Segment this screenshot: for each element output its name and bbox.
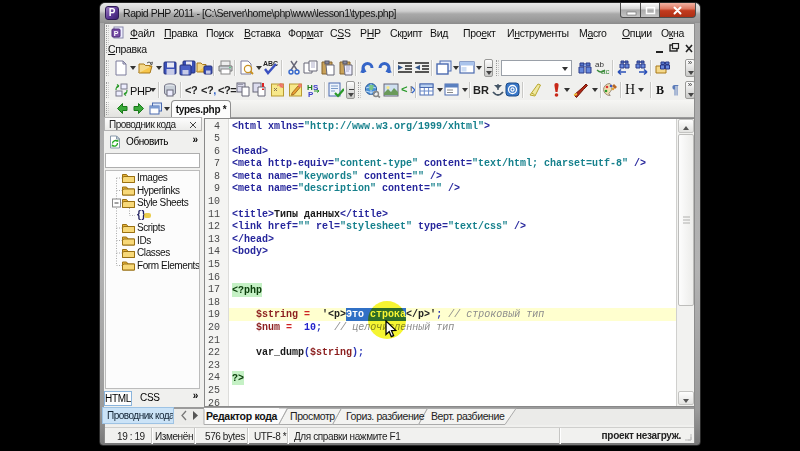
svg-text:Редактор кода: Редактор кода xyxy=(206,410,278,422)
svg-text:Верт. разбиение: Верт. разбиение xyxy=(431,410,505,422)
svg-text:ac: ac xyxy=(601,67,609,76)
svg-text:P: P xyxy=(308,90,314,98)
svg-text:Просмотр: Просмотр xyxy=(290,410,335,422)
svg-text:<: < xyxy=(401,84,408,96)
svg-text:Гориз. разбиение: Гориз. разбиение xyxy=(346,410,425,422)
svg-text:ABC: ABC xyxy=(263,60,278,67)
svg-text:P: P xyxy=(114,30,119,37)
svg-text:!: ! xyxy=(408,84,415,96)
